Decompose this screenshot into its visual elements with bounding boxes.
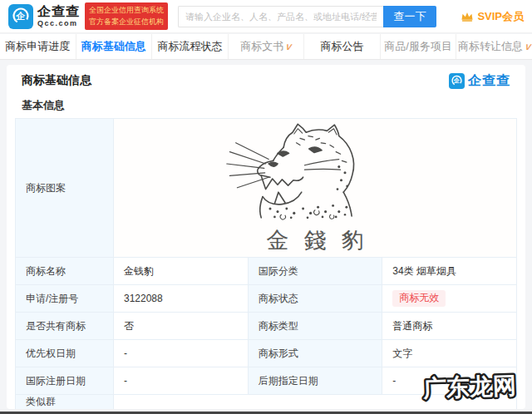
tab-trademark-process-status[interactable]: 商标流程状态 (152, 34, 229, 59)
field-label: 商标类型 (248, 313, 382, 340)
search-button[interactable]: 查一下 (383, 6, 436, 27)
qcc-brand: 企 企查查 (449, 72, 510, 90)
field-label: 商标状态 (248, 285, 382, 313)
certification-line-2: 官方备案企业征信机构 (89, 17, 164, 27)
search-bar: 查一下 (178, 6, 436, 27)
site-header: 企 企查查 Qcc.com 全国企业信用查询系统 官方备案企业征信机构 查一下 … (0, 0, 532, 33)
qcc-logo-icon: 企 (8, 4, 33, 29)
field-label: 国际注册日期 (16, 367, 114, 395)
certification-badge: 全国企业信用查询系统 官方备案企业征信机构 (85, 2, 168, 29)
field-value: - (114, 340, 249, 367)
field-label: 优先权日期 (16, 340, 114, 367)
vip-icon: V (525, 42, 531, 52)
tab-trademark-transfer-info[interactable]: 商标转让信息 V (456, 34, 532, 59)
field-value: 3122088 (114, 285, 249, 313)
table-row: 是否共有商标 否 商标类型 普通商标 (16, 313, 517, 340)
field-label: 申请/注册号 (16, 285, 114, 313)
svg-text:企: 企 (453, 77, 460, 83)
tab-trademark-application-progress[interactable]: 商标申请进度 (0, 34, 76, 59)
watermark: 广东龙网 (412, 369, 527, 407)
table-row: 商标名称 金钱豹 国际分类 34类 烟草烟具 (16, 258, 517, 285)
vip-icon: V (285, 42, 292, 52)
qcc-logo[interactable]: 企 企查查 Qcc.com (8, 4, 80, 29)
field-value: 普通商标 (382, 313, 517, 340)
search-input[interactable] (178, 6, 383, 27)
field-value: 34类 烟草烟具 (382, 258, 517, 285)
brand-name: 企查查 (468, 72, 510, 90)
field-label: 商标图案 (16, 119, 114, 258)
table-row-image: 商标图案 (16, 119, 517, 258)
svip-label: SVIP会员 (477, 9, 524, 24)
table-row: 申请/注册号 3122088 商标状态 商标无效 (16, 285, 517, 313)
field-label: 是否共有商标 (16, 313, 114, 340)
tab-trademark-announcement[interactable]: 商标公告 (304, 34, 381, 59)
logo-title: 企查查 (37, 5, 80, 18)
tab-trademark-documents[interactable]: 商标文书 V (229, 34, 305, 59)
content-card: 商标基础信息 企 企查查 基本信息 商标图案 (7, 65, 525, 409)
tab-goods-services[interactable]: 商品/服务项目 (381, 34, 457, 59)
svip-link[interactable]: SVIP会员 (461, 9, 524, 24)
page: 企 企查查 Qcc.com 全国企业信用查询系统 官方备案企业征信机构 查一下 … (0, 0, 532, 414)
status-badge: 商标无效 (392, 290, 446, 307)
trademark-image-caption: 金錢豹 (240, 225, 405, 255)
field-value: - (114, 367, 249, 395)
watermark-text: 广东龙网 (422, 372, 517, 402)
tab-trademark-basic-info[interactable]: 商标基础信息 (76, 34, 153, 59)
crown-icon (461, 11, 474, 22)
section-title: 基本信息 (15, 98, 517, 111)
page-title: 商标基础信息 (22, 73, 91, 88)
qcc-brand-icon: 企 (449, 73, 465, 89)
field-label: 后期指定日期 (248, 367, 382, 395)
field-label: 类似群 (16, 395, 114, 410)
field-value: 文字 (382, 340, 517, 367)
field-value: 否 (114, 313, 249, 340)
field-value: 金钱豹 (114, 258, 249, 285)
trademark-image: 金錢豹 (225, 121, 405, 255)
leopard-drawing-icon (225, 121, 405, 221)
table-row: 优先权日期 - 商标形式 文字 (16, 340, 517, 367)
tab-bar: 商标申请进度 商标基础信息 商标流程状态 商标文书 V 商标公告 商品/服务项目… (0, 34, 532, 60)
logo-domain: Qcc.com (37, 20, 80, 27)
field-label: 商标形式 (248, 340, 382, 367)
basic-info-table: 商标图案 (15, 118, 517, 409)
field-label: 商标名称 (16, 258, 114, 285)
svg-text:企: 企 (16, 11, 26, 21)
certification-line-1: 全国企业信用查询系统 (89, 5, 164, 16)
field-label: 国际分类 (248, 258, 382, 285)
